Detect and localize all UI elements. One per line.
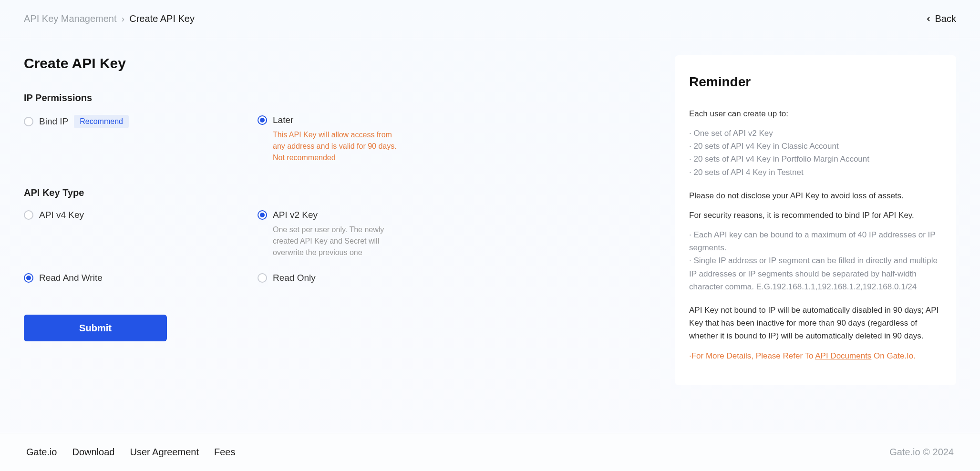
reminder-intro: Each user can create up to: [689, 107, 942, 120]
ip-rule-item: · Each API key can be bound to a maximum… [689, 228, 942, 254]
reminder-security: For security reasons, it is recommended … [689, 209, 942, 222]
page-title: Create API Key [24, 55, 675, 72]
radio-icon [24, 273, 33, 283]
content-area: Create API Key IP Permissions Bind IP Re… [0, 38, 980, 385]
back-label: Back [935, 13, 956, 24]
radio-icon [258, 115, 267, 125]
more-suffix: On Gate.Io. [871, 351, 916, 360]
radio-read-only[interactable]: Read Only [258, 273, 401, 283]
submit-button[interactable]: Submit [24, 315, 167, 341]
more-prefix: ·For More Details, Please Refer To [689, 351, 815, 360]
radio-label: API v2 Key [273, 210, 318, 220]
radio-bind-ip[interactable]: Bind IP Recommend [24, 115, 167, 164]
radio-icon [258, 273, 267, 283]
breadcrumb-current: Create API Key [129, 13, 195, 24]
radio-later[interactable]: Later This API Key will allow access fro… [258, 115, 401, 164]
later-warning-note: This API Key will allow access from any … [273, 129, 401, 164]
footer-copyright: Gate.io © 2024 [889, 447, 954, 458]
radio-api-v2[interactable]: API v2 Key One set per user only. The ne… [258, 210, 401, 258]
section-ip-permissions-title: IP Permissions [24, 92, 675, 103]
chevron-left-icon [925, 15, 932, 23]
v2-note: One set per user only. The newly created… [273, 224, 401, 258]
section-api-key-type-title: API Key Type [24, 187, 675, 198]
limit-item: · 20 sets of API v4 Key in Portfolio Mar… [689, 153, 942, 165]
radio-label: Read And Write [39, 273, 103, 283]
radio-api-v4[interactable]: API v4 Key [24, 210, 167, 258]
radio-icon [24, 210, 33, 220]
api-documents-link[interactable]: API Documents [815, 351, 871, 360]
footer-link-user-agreement[interactable]: User Agreement [130, 447, 199, 458]
radio-label: Later [273, 115, 293, 125]
reminder-expiry: API Key not bound to IP will be automati… [689, 304, 942, 343]
ip-rule-item: · Single IP address or IP segment can be… [689, 254, 942, 293]
limit-item: · 20 sets of API v4 Key in Classic Accou… [689, 140, 942, 153]
reminder-title: Reminder [689, 72, 942, 93]
radio-label: Read Only [273, 273, 316, 283]
footer-links: Gate.io Download User Agreement Fees [26, 447, 235, 458]
chevron-right-icon: › [122, 13, 125, 24]
footer-link-fees[interactable]: Fees [214, 447, 235, 458]
radio-icon [24, 117, 33, 126]
reminder-limits: · One set of API v2 Key · 20 sets of API… [689, 127, 942, 179]
footer-link-gateio[interactable]: Gate.io [26, 447, 57, 458]
reminder-panel: Reminder Each user can create up to: · O… [675, 55, 956, 385]
header-bar: API Key Management › Create API Key Back [0, 0, 980, 38]
back-button[interactable]: Back [925, 13, 956, 24]
recommend-badge: Recommend [74, 115, 129, 128]
access-mode-row: Read And Write Read Only [24, 273, 675, 283]
radio-read-write[interactable]: Read And Write [24, 273, 167, 283]
ip-permissions-row: Bind IP Recommend Later This API Key wil… [24, 115, 675, 164]
reminder-disclose: Please do not disclose your API Key to a… [689, 189, 942, 202]
reminder-more: ·For More Details, Please Refer To API D… [689, 349, 942, 362]
radio-icon [258, 210, 267, 220]
radio-label: API v4 Key [39, 210, 84, 220]
api-key-type-row: API v4 Key API v2 Key One set per user o… [24, 210, 675, 258]
breadcrumb: API Key Management › Create API Key [24, 13, 195, 24]
breadcrumb-parent[interactable]: API Key Management [24, 13, 117, 24]
limit-item: · 20 sets of API 4 Key in Testnet [689, 166, 942, 179]
limit-item: · One set of API v2 Key [689, 127, 942, 140]
main-form: Create API Key IP Permissions Bind IP Re… [24, 55, 675, 385]
radio-label: Bind IP [39, 116, 68, 127]
reminder-ip-rules: · Each API key can be bound to a maximum… [689, 228, 942, 293]
footer-link-download[interactable]: Download [72, 447, 114, 458]
footer: Gate.io Download User Agreement Fees Gat… [0, 433, 980, 471]
